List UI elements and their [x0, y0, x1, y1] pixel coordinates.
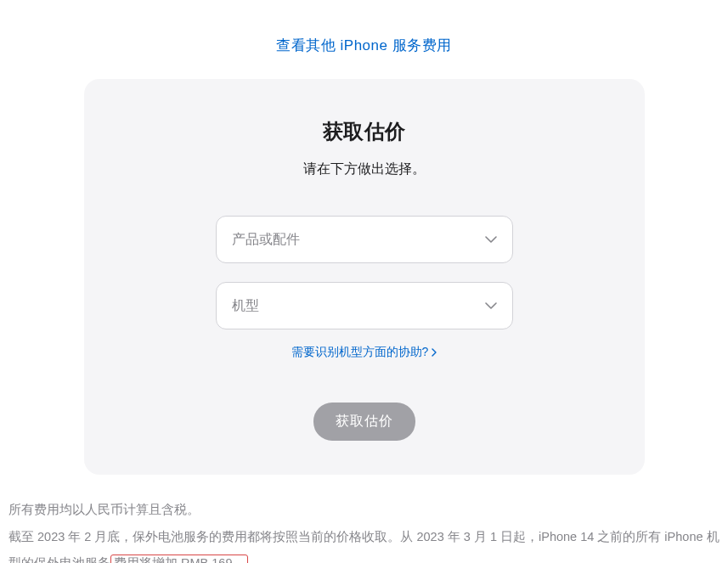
estimate-card: 获取估价 请在下方做出选择。 产品或配件 机型 需要识别机型方面的协助? 获取估…: [84, 79, 645, 475]
card-subtitle: 请在下方做出选择。: [303, 160, 426, 178]
price-increase-highlight: 费用将增加 RMB 169。: [110, 555, 248, 563]
footer-line-2: 截至 2023 年 2 月底，保外电池服务的费用都将按照当前的价格收取。从 20…: [8, 524, 720, 563]
chevron-down-icon: [485, 236, 497, 243]
get-estimate-button[interactable]: 获取估价: [313, 403, 415, 441]
top-link-container: 查看其他 iPhone 服务费用: [0, 0, 728, 79]
card-title: 获取估价: [323, 118, 406, 145]
product-select-placeholder: 产品或配件: [232, 231, 300, 249]
chevron-down-icon: [485, 302, 497, 309]
chevron-right-icon: [432, 348, 437, 357]
product-select[interactable]: 产品或配件: [216, 216, 513, 263]
model-help-link-label: 需要识别机型方面的协助?: [291, 345, 429, 360]
other-services-link[interactable]: 查看其他 iPhone 服务费用: [276, 37, 451, 53]
footer-line-1: 所有费用均以人民币计算且含税。: [8, 497, 720, 522]
model-select-placeholder: 机型: [232, 297, 259, 315]
footer: 所有费用均以人民币计算且含税。 截至 2023 年 2 月底，保外电池服务的费用…: [0, 475, 728, 563]
model-select[interactable]: 机型: [216, 282, 513, 329]
model-help-link[interactable]: 需要识别机型方面的协助?: [291, 345, 437, 360]
